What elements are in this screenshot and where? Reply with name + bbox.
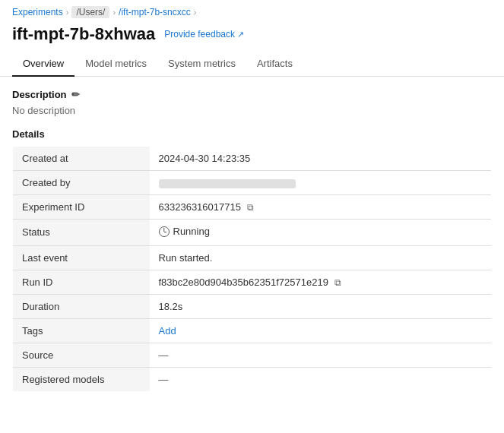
description-section-title: Description ✏ — [12, 89, 492, 100]
row-value-run-id: f83bc2e80d904b35b62351f72571e219 ⧉ — [150, 270, 492, 294]
clock-icon — [159, 226, 170, 237]
details-section-title: Details — [12, 128, 492, 140]
details-table: Created at 2024-04-30 14:23:35 Created b… — [12, 146, 492, 392]
row-value-created-by — [150, 171, 492, 195]
no-description-text: No description — [12, 105, 492, 116]
redacted-value — [159, 179, 296, 188]
row-label: Experiment ID — [13, 195, 150, 220]
table-row: Status Running — [13, 220, 492, 246]
row-value-experiment-id: 633236316017715 ⧉ — [150, 195, 492, 220]
tab-overview[interactable]: Overview — [12, 52, 74, 77]
breadcrumb-users: /Users/ — [71, 6, 109, 18]
breadcrumb-experiments[interactable]: Experiments — [12, 7, 63, 17]
table-row: Last event Run started. — [13, 245, 492, 270]
run-id-value: f83bc2e80d904b35b62351f72571e219 — [159, 277, 328, 288]
row-label: Last event — [13, 245, 150, 270]
feedback-link[interactable]: Provide feedback ↗ — [164, 29, 244, 40]
row-label: Source — [13, 343, 150, 367]
copy-experiment-id-icon[interactable]: ⧉ — [247, 202, 254, 213]
row-label: Created at — [13, 147, 150, 171]
table-row: Duration 18.2s — [13, 294, 492, 318]
table-row: Run ID f83bc2e80d904b35b62351f72571e219 … — [13, 270, 492, 294]
copy-run-id-icon[interactable]: ⧉ — [334, 277, 341, 288]
row-value-last-event: Run started. — [150, 245, 492, 270]
add-tag-link[interactable]: Add — [159, 325, 176, 337]
table-row: Created at 2024-04-30 14:23:35 — [13, 147, 492, 171]
tab-artifacts[interactable]: Artifacts — [246, 52, 303, 77]
row-label: Duration — [13, 294, 150, 318]
main-content: Description ✏ No description Details Cre… — [0, 77, 504, 404]
breadcrumb-sep-1: › — [66, 8, 69, 17]
page-title: ift-mpt-7b-8xhwaa — [12, 24, 155, 44]
feedback-label: Provide feedback — [164, 29, 235, 40]
row-value-source: — — [150, 343, 492, 367]
external-link-icon: ↗ — [237, 30, 244, 40]
experiment-id-value: 633236316017715 — [159, 201, 241, 213]
status-badge: Running — [159, 226, 210, 237]
breadcrumb: Experiments › /Users/ › /ift-mpt-7b-sncx… — [0, 0, 504, 21]
table-row: Source — — [13, 343, 492, 367]
tab-model-metrics[interactable]: Model metrics — [74, 52, 157, 77]
edit-description-icon[interactable]: ✏ — [71, 89, 80, 100]
row-value-created-at: 2024-04-30 14:23:35 — [150, 147, 492, 171]
tab-bar: Overview Model metrics System metrics Ar… — [0, 52, 504, 77]
status-text: Running — [173, 226, 210, 237]
table-row: Created by — [13, 171, 492, 195]
row-value-status: Running — [150, 220, 492, 246]
breadcrumb-sep-3: › — [194, 8, 197, 17]
table-row: Tags Add — [13, 318, 492, 343]
source-dash: — — [159, 349, 169, 361]
row-label: Created by — [13, 171, 150, 195]
table-row: Experiment ID 633236316017715 ⧉ — [13, 195, 492, 220]
row-label: Tags — [13, 318, 150, 343]
page-header: ift-mpt-7b-8xhwaa Provide feedback ↗ — [0, 21, 504, 44]
row-value-registered-models: — — [150, 367, 492, 391]
description-label: Description — [12, 89, 67, 100]
row-label: Run ID — [13, 270, 150, 294]
tab-system-metrics[interactable]: System metrics — [157, 52, 246, 77]
breadcrumb-sep-2: › — [113, 8, 116, 17]
row-label: Status — [13, 220, 150, 246]
table-row: Registered models — — [13, 367, 492, 391]
row-label: Registered models — [13, 367, 150, 391]
row-value-duration: 18.2s — [150, 294, 492, 318]
row-value-tags: Add — [150, 318, 492, 343]
breadcrumb-run[interactable]: /ift-mpt-7b-sncxcc — [119, 7, 191, 17]
registered-models-dash: — — [159, 374, 169, 385]
